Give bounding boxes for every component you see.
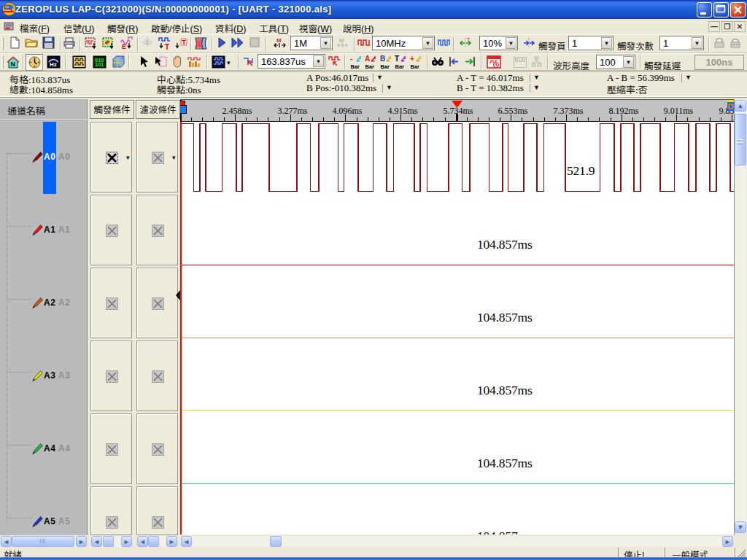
- svg-text:T: T: [165, 43, 169, 50]
- svg-text:B: B: [380, 55, 385, 63]
- svg-text:T: T: [182, 39, 187, 46]
- svg-text:N: N: [11, 61, 16, 68]
- svg-text:-: -: [350, 55, 352, 63]
- svg-text:Bar: Bar: [365, 63, 375, 70]
- svg-text:Bar: Bar: [395, 63, 405, 70]
- svg-text:T: T: [395, 55, 399, 63]
- svg-text:Bar: Bar: [411, 63, 420, 70]
- svg-text:+: +: [410, 55, 414, 63]
- svg-text:M: M: [276, 37, 282, 44]
- svg-text:Bar: Bar: [351, 63, 360, 70]
- svg-text:T: T: [467, 37, 471, 42]
- svg-text:Hz: Hz: [50, 61, 57, 68]
- svg-text:101: 101: [95, 61, 104, 68]
- svg-text:M: M: [339, 37, 344, 44]
- svg-text:B: B: [145, 39, 149, 46]
- svg-text:A: A: [365, 55, 370, 63]
- svg-text:Bar: Bar: [381, 63, 390, 70]
- svg-text:E: E: [122, 43, 126, 50]
